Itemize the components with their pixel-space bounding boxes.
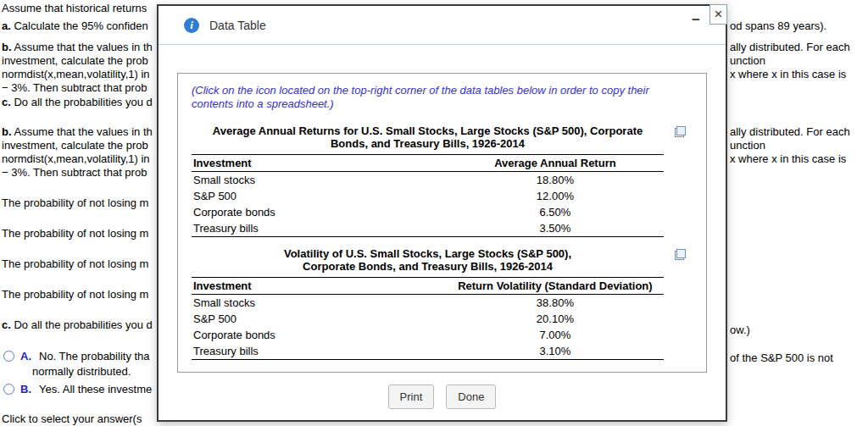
- column-header-investment: Investment: [192, 278, 447, 295]
- table-header-row: Investment Return Volatility (Standard D…: [192, 278, 664, 295]
- dialog-actions: Print Done: [177, 385, 707, 409]
- question-text-fragment: ow.): [730, 324, 750, 336]
- question-text-fragment: od spans 89 years).: [730, 19, 826, 32]
- copy-table-icon[interactable]: [675, 126, 686, 137]
- table-title: Volatility of U.S. Small Stocks, Large S…: [192, 247, 664, 273]
- table-row: Corporate bonds 7.00%: [192, 327, 664, 343]
- table-header-row: Investment Average Annual Return: [192, 155, 664, 172]
- column-header-investment: Investment: [192, 155, 447, 172]
- table-row: Treasury bills 3.50%: [192, 220, 664, 237]
- question-text-fragment: − 3%. Then subtract that prob: [2, 166, 147, 179]
- radio-button[interactable]: [3, 351, 14, 362]
- question-text-fragment: unction: [730, 139, 765, 152]
- question-text-fragment: − 3%. Then subtract that prob: [2, 81, 147, 94]
- question-text-fragment: ally distributed. For each: [730, 41, 850, 53]
- answer-option-a[interactable]: A. No. The probability tha: [3, 350, 150, 362]
- question-text-fragment: The probability of not losing m: [2, 196, 148, 209]
- table-row: Corporate bonds 6.50%: [192, 204, 664, 220]
- question-text-fragment: normdist(x,mean,volatility,1) in: [2, 152, 150, 165]
- average-returns-table: Average Annual Returns for U.S. Small St…: [192, 124, 693, 237]
- table-row: S&P 500 12.00%: [192, 188, 664, 204]
- answer-option-b[interactable]: B. Yes. All these investme: [3, 383, 152, 396]
- answer-select-hint: Click to select your answer(s: [2, 412, 142, 425]
- question-text-fragment: unction: [730, 54, 765, 67]
- question-text-fragment: investment, calculate the prob: [2, 139, 148, 152]
- option-text: Yes. All these investme: [39, 383, 152, 396]
- question-text-fragment: The probability of not losing m: [2, 288, 148, 301]
- data-table-dialog: i Data Table − × (Click on the icon loca…: [157, 4, 727, 422]
- question-text-fragment: c. Do all the probabilities you d: [2, 318, 153, 331]
- option-letter: A.: [20, 350, 31, 362]
- question-text-fragment: of the S&P 500 is not: [730, 351, 833, 364]
- question-text-fragment: investment, calculate the prob: [2, 54, 148, 67]
- copy-table-icon[interactable]: [675, 249, 686, 260]
- copy-instruction-note: (Click on the icon located on the top-ri…: [192, 84, 693, 111]
- question-text-fragment: normally distributed.: [32, 365, 131, 378]
- table-row: Small stocks 38.80%: [192, 295, 664, 312]
- table-row: S&P 500 20.10%: [192, 311, 664, 327]
- volatility-table: Volatility of U.S. Small Stocks, Large S…: [192, 247, 693, 360]
- data-tables-panel: (Click on the icon located on the top-ri…: [177, 73, 707, 373]
- question-text-fragment: b. Assume that the values in th: [2, 41, 153, 53]
- question-page: { "bg": { "left": [ { "t": "Assume that …: [0, 0, 868, 426]
- table-title: Average Annual Returns for U.S. Small St…: [192, 124, 664, 150]
- close-button[interactable]: ×: [709, 4, 727, 25]
- question-text-fragment: b. Assume that the values in th: [2, 125, 153, 138]
- done-button[interactable]: Done: [446, 385, 496, 409]
- question-text-fragment: The probability of not losing m: [2, 227, 148, 240]
- option-letter: B.: [20, 383, 31, 396]
- question-text-fragment: Assume that historical returns: [2, 2, 147, 14]
- table-row: Treasury bills 3.10%: [192, 343, 664, 360]
- question-text-fragment: a. Calculate the 95% confiden: [2, 19, 148, 32]
- question-text-fragment: normdist(x,mean,volatility,1) in: [2, 68, 150, 80]
- dialog-body: (Click on the icon located on the top-ri…: [159, 45, 726, 409]
- info-icon: i: [184, 18, 199, 33]
- minimize-button[interactable]: −: [692, 13, 700, 27]
- column-header-volatility: Return Volatility (Standard Deviation): [447, 278, 664, 295]
- question-text-fragment: x where x in this case is: [730, 152, 846, 165]
- dialog-titlebar[interactable]: i Data Table − ×: [159, 6, 726, 45]
- question-text-fragment: ally distributed. For each: [730, 125, 850, 138]
- question-text-fragment: c. Do all the probabilities you d: [2, 96, 153, 108]
- question-text-fragment: x where x in this case is: [730, 68, 846, 80]
- table-row: Small stocks 18.80%: [192, 172, 664, 189]
- question-text-fragment: The probability of not losing m: [2, 257, 148, 270]
- column-header-return: Average Annual Return: [447, 155, 664, 172]
- radio-button[interactable]: [3, 384, 14, 395]
- option-text: No. The probability tha: [39, 350, 150, 362]
- dialog-title: Data Table: [209, 19, 266, 32]
- print-button[interactable]: Print: [388, 385, 435, 409]
